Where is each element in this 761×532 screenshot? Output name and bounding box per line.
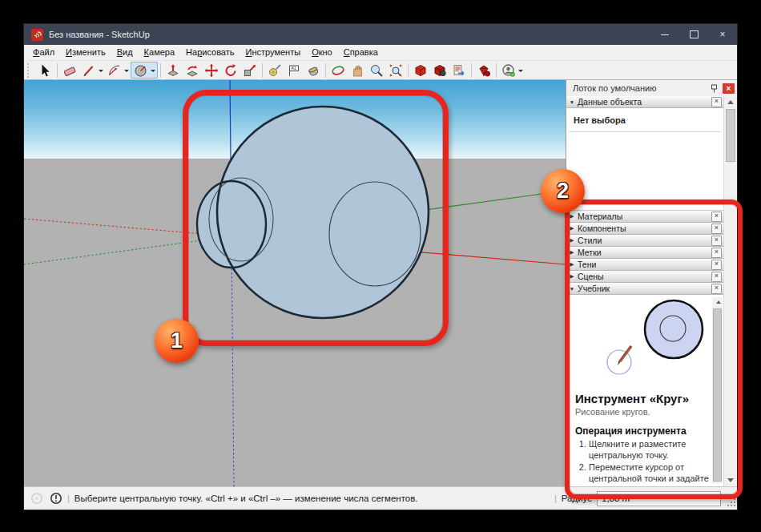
circle-tool-selected <box>131 62 158 79</box>
rotate-tool-button[interactable] <box>221 62 240 79</box>
rotate-icon <box>223 63 238 78</box>
paint-bucket-tool-button[interactable] <box>304 62 323 79</box>
line-tool-button[interactable] <box>79 62 99 79</box>
section-close-icon[interactable]: × <box>711 97 722 107</box>
status-hint: Выберите центральную точку. «Ctrl +» и «… <box>74 494 550 503</box>
annotation-rect-viewport <box>183 90 449 346</box>
tray-title: Лоток по умолчанию <box>573 83 656 93</box>
menu-file[interactable]: Файл <box>27 45 60 60</box>
scroll-up-icon[interactable] <box>724 96 737 108</box>
eraser-tool-button[interactable] <box>60 62 79 79</box>
menu-help[interactable]: Справка <box>338 45 384 60</box>
follow-me-icon <box>185 63 199 78</box>
text-tool-button[interactable]: A1 <box>284 62 304 79</box>
section-entity-info[interactable]: ▼ Данные объекта × <box>566 96 724 108</box>
toolbar-separator <box>496 63 497 78</box>
scale-tool-button[interactable] <box>240 62 260 79</box>
close-button[interactable]: × <box>708 24 737 45</box>
circle-tool-button[interactable] <box>131 62 151 79</box>
paint-bucket-icon <box>306 63 320 78</box>
toolbar-grip[interactable] <box>27 63 33 78</box>
info-circle-icon <box>50 492 62 505</box>
pin-button[interactable] <box>707 83 720 94</box>
zoom-extents-button[interactable] <box>386 62 405 79</box>
menu-bar: Файл Изменить Вид Камера Нарисовать Инст… <box>24 45 737 61</box>
menu-draw[interactable]: Нарисовать <box>180 45 240 60</box>
geolocation-status-button[interactable] <box>30 492 43 506</box>
title-bar: Без названия - SketchUp × <box>24 24 737 45</box>
geolocation-icon <box>30 492 43 505</box>
protractor-arc-icon <box>107 63 122 78</box>
pin-icon <box>711 84 718 93</box>
entity-info-content: Нет выбора <box>566 108 724 211</box>
line-tool-dropdown[interactable] <box>99 70 103 75</box>
arc-tool-button[interactable] <box>105 62 124 79</box>
account-icon <box>501 63 516 78</box>
push-pull-icon <box>166 63 180 78</box>
window-title: Без названия - SketchUp <box>49 30 650 39</box>
close-icon: × <box>719 29 725 40</box>
share-model-icon <box>452 63 466 78</box>
extension-gem-icon <box>477 63 491 78</box>
menu-view[interactable]: Вид <box>111 45 139 60</box>
extension-warehouse-icon <box>433 63 447 78</box>
eraser-icon <box>62 63 77 78</box>
3d-warehouse-icon <box>413 63 428 78</box>
tray-close-button[interactable]: × <box>723 83 735 94</box>
pan-hand-icon <box>350 63 364 78</box>
separator: | <box>554 494 557 503</box>
orbit-icon <box>331 63 345 78</box>
move-icon <box>204 63 219 78</box>
extension-warehouse-button[interactable] <box>430 62 449 79</box>
tray-header[interactable]: Лоток по умолчанию × <box>566 80 737 96</box>
menu-window[interactable]: Окно <box>306 45 338 60</box>
svg-text:A1: A1 <box>291 66 296 71</box>
push-pull-tool-button[interactable] <box>163 62 183 79</box>
toolbar-separator <box>262 63 263 78</box>
tape-measure-tool-button[interactable] <box>265 62 284 79</box>
minimize-button[interactable] <box>650 24 679 45</box>
maximize-icon <box>690 30 699 38</box>
toolbar-separator <box>160 63 161 78</box>
annotation-rect-tray <box>565 200 743 499</box>
follow-me-tool-button[interactable] <box>183 62 202 79</box>
pencil-icon <box>82 63 96 78</box>
select-cursor-icon <box>38 63 52 78</box>
minimize-icon <box>661 34 669 35</box>
toolbar: A1 <box>24 61 737 80</box>
circle-tool-dropdown[interactable] <box>151 70 155 75</box>
3d-warehouse-button[interactable] <box>411 62 430 79</box>
text-label-icon: A1 <box>287 63 301 78</box>
account-button[interactable] <box>499 62 518 79</box>
menu-edit[interactable]: Изменить <box>60 45 111 60</box>
sketchup-app-icon <box>31 29 43 41</box>
annotation-badge-2: 2 <box>541 169 585 213</box>
pan-tool-button[interactable] <box>348 62 367 79</box>
toolbar-separator <box>408 63 409 78</box>
menu-tools[interactable]: Инструменты <box>240 45 307 60</box>
zoom-tool-button[interactable] <box>367 62 386 79</box>
scale-icon <box>243 63 257 78</box>
no-selection-text: Нет выбора <box>566 108 724 131</box>
annotation-badge-1: 1 <box>155 319 199 363</box>
tray-scroll-thumb[interactable] <box>726 109 735 162</box>
separator: | <box>67 494 70 503</box>
circle-tool-icon <box>134 63 148 78</box>
orbit-tool-button[interactable] <box>328 62 348 79</box>
arc-tool-dropdown[interactable] <box>124 70 129 75</box>
toolbar-separator <box>57 63 58 78</box>
menu-camera[interactable]: Камера <box>139 45 180 60</box>
toolbar-separator <box>325 63 326 78</box>
toolbar-separator <box>471 63 472 78</box>
move-tool-button[interactable] <box>202 62 221 79</box>
select-tool-button[interactable] <box>35 62 54 79</box>
tape-measure-icon <box>268 63 282 78</box>
extension-manager-button[interactable] <box>474 62 493 79</box>
window-controls: × <box>650 24 737 45</box>
account-dropdown[interactable] <box>518 70 523 75</box>
maximize-button[interactable] <box>679 24 708 45</box>
zoom-extents-icon <box>389 63 403 78</box>
share-model-button[interactable] <box>449 62 469 79</box>
help-status-button[interactable] <box>49 492 62 506</box>
chevron-expanded-icon: ▼ <box>566 99 578 105</box>
